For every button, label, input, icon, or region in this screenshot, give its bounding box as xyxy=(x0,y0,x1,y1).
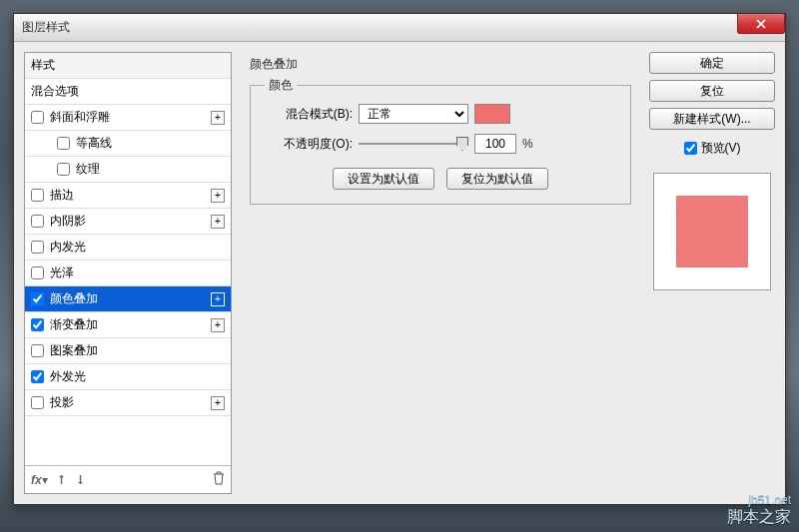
reset-button[interactable]: 复位 xyxy=(649,80,775,102)
fx-icon[interactable]: fx▾ xyxy=(31,473,48,487)
style-item[interactable]: 图案叠加 xyxy=(25,338,231,364)
slider-thumb[interactable] xyxy=(456,137,468,151)
arrow-up-icon[interactable]: 🠕 xyxy=(56,474,67,486)
style-label: 描边 xyxy=(50,187,74,204)
close-button[interactable] xyxy=(737,14,785,34)
style-checkbox[interactable] xyxy=(57,137,70,150)
style-label: 纹理 xyxy=(76,161,100,178)
ok-button[interactable]: 确定 xyxy=(649,52,775,74)
style-checkbox[interactable] xyxy=(31,241,44,254)
style-item[interactable]: 内阴影+ xyxy=(25,209,231,235)
opacity-unit: % xyxy=(522,137,533,151)
blend-mode-row: 混合模式(B): 正常 xyxy=(265,104,616,124)
layer-style-dialog: 图层样式 样式 混合选项 斜面和浮雕+等高线纹理描边+内阴影+内发光光泽颜色叠加… xyxy=(13,13,786,505)
titlebar[interactable]: 图层样式 xyxy=(14,14,785,42)
styles-header[interactable]: 样式 xyxy=(25,53,231,79)
opacity-label: 不透明度(O): xyxy=(265,136,353,153)
dialog-body: 样式 混合选项 斜面和浮雕+等高线纹理描边+内阴影+内发光光泽颜色叠加+渐变叠加… xyxy=(14,42,785,504)
group-legend: 颜色 xyxy=(265,77,297,94)
blending-options[interactable]: 混合选项 xyxy=(25,79,231,105)
opacity-slider[interactable] xyxy=(359,136,468,152)
style-label: 颜色叠加 xyxy=(50,290,98,307)
style-item[interactable]: 描边+ xyxy=(25,183,231,209)
style-label: 内发光 xyxy=(50,239,86,256)
default-buttons: 设置为默认值 复位为默认值 xyxy=(265,168,616,190)
style-item[interactable]: 颜色叠加+ xyxy=(25,286,231,312)
style-label: 外发光 xyxy=(50,368,86,385)
expand-icon[interactable]: + xyxy=(211,189,225,203)
expand-icon[interactable]: + xyxy=(211,396,225,410)
close-icon xyxy=(756,19,766,29)
style-label: 光泽 xyxy=(50,265,74,281)
options-panel: 颜色叠加 颜色 混合模式(B): 正常 不透明度(O): % xyxy=(242,52,639,494)
new-style-button[interactable]: 新建样式(W)... xyxy=(649,108,775,130)
trash-icon[interactable] xyxy=(213,471,225,488)
opacity-row: 不透明度(O): % xyxy=(265,134,616,154)
style-item[interactable]: 纹理 xyxy=(25,157,231,183)
style-label: 斜面和浮雕 xyxy=(50,109,110,126)
color-group: 颜色 混合模式(B): 正常 不透明度(O): % 设置为默认值 xyxy=(250,77,631,205)
styles-panel: 样式 混合选项 斜面和浮雕+等高线纹理描边+内阴影+内发光光泽颜色叠加+渐变叠加… xyxy=(24,52,232,494)
style-item[interactable]: 光泽 xyxy=(25,261,231,286)
expand-icon[interactable]: + xyxy=(211,111,225,125)
style-checkbox[interactable] xyxy=(31,292,44,305)
style-label: 图案叠加 xyxy=(50,342,98,359)
arrow-down-icon[interactable]: 🠗 xyxy=(75,474,86,486)
style-checkbox[interactable] xyxy=(31,370,44,383)
styles-list: 样式 混合选项 斜面和浮雕+等高线纹理描边+内阴影+内发光光泽颜色叠加+渐变叠加… xyxy=(25,53,231,465)
style-label: 内阴影 xyxy=(50,213,86,230)
blend-mode-label: 混合模式(B): xyxy=(265,106,353,123)
window-title: 图层样式 xyxy=(22,19,70,36)
style-item[interactable]: 渐变叠加+ xyxy=(25,312,231,338)
style-checkbox[interactable] xyxy=(31,344,44,357)
right-panel: 确定 复位 新建样式(W)... 预览(V) xyxy=(649,52,775,494)
style-item[interactable]: 斜面和浮雕+ xyxy=(25,105,231,131)
style-checkbox[interactable] xyxy=(31,189,44,202)
style-checkbox[interactable] xyxy=(57,163,70,176)
preview-checkbox[interactable]: 预览(V) xyxy=(649,140,775,157)
set-default-button[interactable]: 设置为默认值 xyxy=(333,168,434,190)
expand-icon[interactable]: + xyxy=(211,292,225,306)
panel-title: 颜色叠加 xyxy=(250,56,631,73)
style-label: 渐变叠加 xyxy=(50,316,98,333)
style-item[interactable]: 外发光 xyxy=(25,364,231,390)
style-item[interactable]: 内发光 xyxy=(25,235,231,261)
style-checkbox[interactable] xyxy=(31,318,44,331)
preview-box xyxy=(653,173,771,290)
preview-checkbox-input[interactable] xyxy=(684,142,697,155)
style-item[interactable]: 投影+ xyxy=(25,390,231,416)
opacity-input[interactable] xyxy=(474,134,516,154)
preview-swatch xyxy=(676,196,748,267)
styles-footer: fx▾ 🠕 🠗 xyxy=(25,465,231,493)
style-checkbox[interactable] xyxy=(31,396,44,409)
style-checkbox[interactable] xyxy=(31,111,44,124)
style-item[interactable]: 等高线 xyxy=(25,131,231,157)
style-label: 投影 xyxy=(50,394,74,411)
style-checkbox[interactable] xyxy=(31,215,44,228)
style-label: 等高线 xyxy=(76,135,112,152)
expand-icon[interactable]: + xyxy=(211,215,225,229)
style-checkbox[interactable] xyxy=(31,266,44,279)
color-swatch[interactable] xyxy=(474,104,510,124)
reset-default-button[interactable]: 复位为默认值 xyxy=(446,168,548,190)
expand-icon[interactable]: + xyxy=(211,318,225,332)
blend-mode-select[interactable]: 正常 xyxy=(359,104,468,124)
